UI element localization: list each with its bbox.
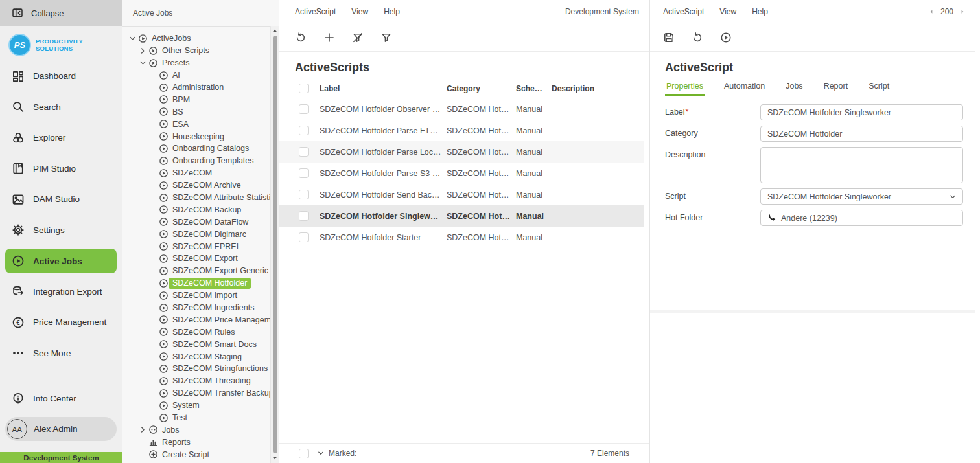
tree-node[interactable]: Onboarding Catalogs [122, 142, 270, 155]
tree-node[interactable]: Presets [122, 57, 270, 69]
tree-node[interactable]: SDZeCOM EPREL [122, 240, 270, 253]
row-checkbox[interactable] [299, 190, 309, 199]
chevron-down-icon[interactable] [128, 34, 137, 43]
sidebar-item-active-jobs[interactable]: Active Jobs [5, 249, 117, 273]
filter-button[interactable] [380, 32, 392, 43]
chevron-down-icon[interactable] [316, 449, 325, 458]
tree-node[interactable]: Onboarding Templates [122, 155, 270, 167]
menu-item-activescript[interactable]: ActiveScript [295, 7, 336, 16]
tree-node[interactable]: SDZeCOM DataFlow [122, 216, 270, 228]
sidebar-item-settings[interactable]: Settings [0, 215, 122, 246]
tree-node[interactable]: SDZeCOM Export Generic Docs [122, 265, 270, 277]
sidebar-item-pim-studio[interactable]: PIM Studio [0, 153, 122, 185]
tree-node[interactable]: Housekeeping [122, 130, 270, 142]
tab-jobs[interactable]: Jobs [784, 82, 804, 96]
refresh-button[interactable] [692, 32, 703, 43]
row-checkbox[interactable] [299, 232, 309, 242]
menu-item-help[interactable]: Help [384, 7, 400, 16]
sidebar-item-info-center[interactable]: Info Center [0, 383, 122, 414]
tree-node[interactable]: BS [122, 106, 270, 118]
next-page-button[interactable] [959, 8, 966, 15]
scrollbar-thumb[interactable] [273, 36, 277, 453]
sidebar-item-dam-studio[interactable]: DAM Studio [0, 184, 122, 215]
tab-report[interactable]: Report [822, 82, 850, 96]
tree-node[interactable]: SDZeCOM Digimarc [122, 228, 270, 240]
script-select[interactable]: SDZeCOM Hotfolder Singleworker [760, 188, 963, 205]
sidebar-item-price-management[interactable]: €Price Management [0, 307, 122, 338]
tab-script[interactable]: Script [867, 82, 891, 96]
table-row[interactable]: SDZeCOM Hotfolder Parse S3 DirectorySDZe… [279, 163, 644, 184]
tree-node[interactable]: SDZeCOM Ingredients [122, 302, 270, 314]
column-header-description[interactable]: Description [552, 84, 649, 93]
tab-properties[interactable]: Properties [665, 82, 705, 96]
table-row[interactable]: SDZeCOM Hotfolder Parse FTP DirectorySDZ… [279, 120, 644, 141]
refresh-button[interactable] [295, 32, 307, 43]
tree-node[interactable]: SDZeCOM Threading [122, 375, 270, 387]
sidebar-item-search[interactable]: Search [0, 92, 122, 123]
scroll-up-button[interactable] [271, 27, 279, 35]
previous-page-button[interactable] [928, 8, 935, 15]
tree-node[interactable]: SDZeCOM Attribute Statistics [122, 192, 270, 204]
category-field[interactable] [760, 126, 963, 142]
description-field[interactable] [760, 147, 963, 183]
tree-node[interactable]: Reports [122, 436, 270, 448]
collapse-button[interactable]: Collapse [0, 0, 122, 26]
scroll-down-button[interactable] [271, 454, 279, 462]
row-checkbox[interactable] [299, 126, 309, 135]
tree-node[interactable]: SDZeCOM Rules [122, 326, 270, 338]
menu-item-view[interactable]: View [719, 7, 736, 16]
tree-node[interactable]: SDZeCOM Price Management [122, 313, 270, 326]
select-all-checkbox[interactable] [299, 84, 309, 93]
sidebar-item-dashboard[interactable]: Dashboard [0, 61, 122, 92]
row-checkbox[interactable] [299, 168, 309, 178]
menu-item-activescript[interactable]: ActiveScript [663, 7, 704, 16]
tree-node[interactable]: Create Script [122, 448, 270, 460]
tree-node[interactable]: SDZeCOM Import [122, 289, 270, 302]
hotfolder-field[interactable]: Andere (12239) [760, 210, 963, 226]
user-menu[interactable]: AA Alex Admin [5, 417, 117, 441]
chevron-right-icon[interactable] [138, 425, 148, 435]
tree-node[interactable]: SDZeCOM [122, 167, 270, 179]
marked-checkbox[interactable] [299, 449, 309, 458]
row-checkbox[interactable] [299, 211, 309, 221]
menu-item-view[interactable]: View [351, 7, 368, 16]
chevron-down-icon[interactable] [138, 58, 148, 68]
table-row[interactable]: SDZeCOM Hotfolder Send Back ErrorsSDZeCO… [279, 184, 644, 205]
plus-button[interactable] [323, 32, 335, 43]
sidebar-item-explorer[interactable]: Explorer [0, 122, 122, 153]
column-header-label[interactable]: Label [320, 84, 447, 93]
tree-node[interactable]: ESA [122, 118, 270, 130]
chevron-right-icon[interactable] [138, 46, 148, 56]
row-checkbox[interactable] [299, 147, 309, 157]
table-row[interactable]: SDZeCOM Hotfolder StarterSDZeCOM Hotfold… [279, 227, 644, 248]
tree-node[interactable]: SDZeCOM Staging [122, 350, 270, 363]
tree-node[interactable]: ActiveJobs [122, 32, 270, 45]
filter-off-button[interactable] [352, 32, 364, 43]
tree-node[interactable]: SDZeCOM Stringfunctions [122, 363, 270, 375]
tree-node[interactable]: BPM [122, 93, 270, 106]
row-checkbox[interactable] [299, 104, 309, 114]
menu-item-help[interactable]: Help [752, 7, 768, 16]
column-header-schedule[interactable]: Schedule [516, 84, 552, 93]
tree-node[interactable]: SDZeCOM Backup [122, 203, 270, 216]
tree-node[interactable]: Other Scripts [122, 45, 270, 57]
sidebar-item-integration-export[interactable]: Integration Export [0, 277, 122, 308]
table-row[interactable]: SDZeCOM Hotfolder SingleworkerSDZeCOM Ho… [279, 205, 644, 227]
column-header-category[interactable]: Category [447, 84, 516, 93]
label-field[interactable] [760, 104, 963, 120]
tree-node[interactable]: Administration [122, 82, 270, 94]
sidebar-item-see-more[interactable]: See More [0, 338, 122, 369]
tree-node[interactable]: Jobs [122, 424, 270, 436]
tree-node[interactable]: SDZeCOM Smart Docs [122, 338, 270, 350]
tab-automation[interactable]: Automation [723, 82, 766, 96]
tree-node[interactable]: Test [122, 412, 270, 424]
tree-node[interactable]: AI [122, 69, 270, 82]
tree-node[interactable]: SDZeCOM Hotfolder [122, 277, 270, 289]
tree-node[interactable]: SDZeCOM Transfer Backup [122, 387, 270, 400]
table-row[interactable]: SDZeCOM Hotfolder Parse Local DirectoryS… [279, 141, 644, 163]
save-button[interactable] [663, 32, 675, 43]
tree-node[interactable]: SDZeCOM Export [122, 253, 270, 265]
tree-node[interactable]: SDZeCOM Archive [122, 179, 270, 192]
tree-node[interactable]: System [122, 400, 270, 412]
table-row[interactable]: SDZeCOM Hotfolder Observer (Worker)SDZeC… [279, 98, 644, 120]
